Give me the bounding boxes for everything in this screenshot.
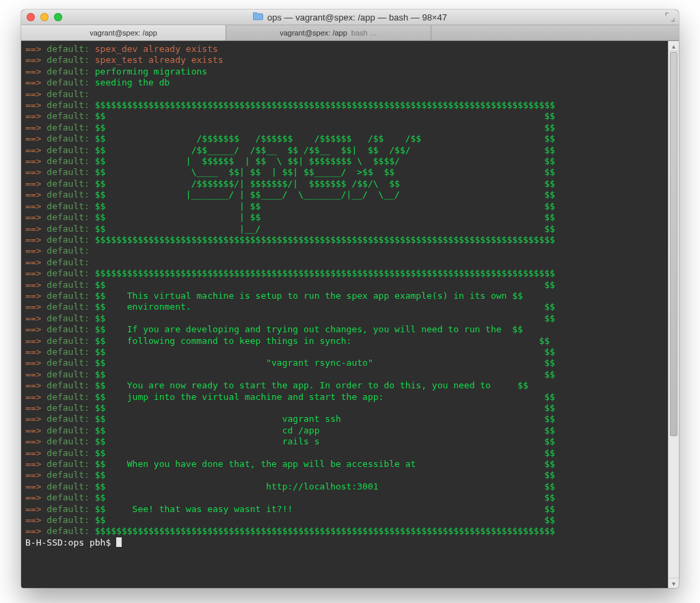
close-icon[interactable] [27, 13, 35, 21]
terminal-line: ==> default: $$$$$$$$$$$$$$$$$$$$$$$$$$$… [25, 268, 664, 279]
window-title-text: ops — vagrant@spex: /app — bash — 98×47 [267, 12, 447, 23]
prompt-text: B-H-SSD:ops pbh$ [25, 537, 116, 548]
terminal-line: ==> default: $$ $$ [25, 122, 664, 133]
terminal-line: ==> default: $$ /$$_____/ /$$__ $$ /$$__… [25, 145, 664, 156]
terminal-line: ==> default: $$ jump into the virtual ma… [25, 392, 664, 403]
scroll-down-icon[interactable]: ▾ [669, 578, 679, 588]
terminal-line: ==> default: $$ $$ [25, 280, 664, 291]
terminal-line: ==> default: spex_dev already exists [25, 44, 664, 55]
tab-1[interactable]: vagrant@spex: /app [21, 25, 226, 40]
scroll-up-icon[interactable]: ▴ [669, 41, 679, 51]
terminal-line: ==> default: $$ environment. $$ [25, 302, 664, 312]
scroll-thumb[interactable] [670, 52, 677, 436]
zoom-icon[interactable] [54, 13, 62, 21]
terminal-output[interactable]: ==> default: spex_dev already exists==> … [21, 41, 668, 588]
terminal-line: ==> default: $$ If you are developing an… [25, 324, 664, 335]
terminal-line: ==> default: $$ cd /app $$ [25, 425, 664, 436]
terminal-line: ==> default: $$ | $$ $$ [25, 201, 664, 212]
terminal-line: ==> default: $$ | $$ $$ [25, 212, 664, 223]
terminal-line: ==> default: $$ /$$$$$$$ /$$$$$$ /$$$$$$… [25, 133, 664, 144]
window-controls [21, 13, 62, 21]
terminal-line: ==> default: $$ $$ [25, 515, 664, 526]
tab-bar: vagrant@spex: /app vagrant@spex: /app ba… [21, 25, 679, 41]
fullscreen-icon[interactable] [665, 12, 675, 22]
tab-2[interactable]: vagrant@spex: /app bash … [226, 25, 431, 40]
folder-icon [253, 12, 263, 23]
terminal-line: ==> default: $$ See! that was easy wasnt… [25, 504, 664, 515]
terminal-line: ==> default: $$ $$ [25, 111, 664, 122]
terminal-line: ==> default: $$ $$ [25, 448, 664, 459]
terminal-line: ==> default: [25, 245, 664, 256]
scrollbar[interactable]: ▴ ▾ [668, 41, 679, 588]
window-title: ops — vagrant@spex: /app — bash — 98×47 [21, 12, 679, 23]
terminal-line: ==> default: $$ $$ [25, 313, 664, 324]
cursor-icon [116, 537, 122, 547]
terminal-line: ==> default: $$ |_______/ | $$____/ \___… [25, 189, 664, 200]
terminal-line: ==> default: spex_test already exists [25, 55, 664, 66]
terminal-line: ==> default: $$ $$ [25, 403, 664, 414]
terminal-line: ==> default: $$ You are now ready to sta… [25, 380, 664, 391]
terminal-line: ==> default: $$ $$ [25, 369, 664, 380]
terminal-line: ==> default: $$ |__/ $$ [25, 224, 664, 234]
terminal-line: ==> default: $$ | $$$$$$ | $$ \ $$| $$$$… [25, 156, 664, 167]
terminal-body: ==> default: spex_dev already exists==> … [21, 41, 679, 588]
terminal-line: ==> default: $$ "vagrant rsync-auto" $$ [25, 358, 664, 368]
minimize-icon[interactable] [40, 13, 49, 21]
terminal-window: ops — vagrant@spex: /app — bash — 98×47 … [21, 10, 679, 588]
terminal-line: ==> default: [25, 89, 664, 100]
terminal-line: ==> default: $$ \____ $$| $$ | $$| $$___… [25, 167, 664, 178]
terminal-line: ==> default: $$$$$$$$$$$$$$$$$$$$$$$$$$$… [25, 526, 664, 537]
terminal-line: ==> default: $$ When you have done that,… [25, 459, 664, 470]
terminal-line: ==> default: $$ This virtual machine is … [25, 291, 664, 302]
titlebar[interactable]: ops — vagrant@spex: /app — bash — 98×47 [21, 10, 679, 25]
tab-2-sub: bash … [351, 29, 377, 37]
terminal-line: ==> default: $$ /$$$$$$$/| $$$$$$$/| $$$… [25, 178, 664, 189]
tab-2-label: vagrant@spex: /app [280, 29, 347, 37]
prompt-line[interactable]: B-H-SSD:ops pbh$ [25, 537, 664, 548]
terminal-line: ==> default: performing migrations [25, 66, 664, 77]
terminal-line: ==> default: $$ http://localhost:3001 $$ [25, 481, 664, 492]
terminal-line: ==> default: $$ following command to kee… [25, 336, 664, 347]
terminal-line: ==> default: $$ $$ [25, 470, 664, 481]
tab-1-label: vagrant@spex: /app [90, 29, 157, 37]
terminal-line: ==> default: $$ rails s $$ [25, 436, 664, 447]
terminal-line: ==> default: [25, 257, 664, 268]
terminal-line: ==> default: $$$$$$$$$$$$$$$$$$$$$$$$$$$… [25, 234, 664, 245]
terminal-line: ==> default: $$$$$$$$$$$$$$$$$$$$$$$$$$$… [25, 100, 664, 111]
terminal-line: ==> default: $$ vagrant ssh $$ [25, 414, 664, 425]
terminal-line: ==> default: $$ $$ [25, 492, 664, 503]
terminal-line: ==> default: seeding the db [25, 77, 664, 88]
terminal-line: ==> default: $$ $$ [25, 347, 664, 358]
